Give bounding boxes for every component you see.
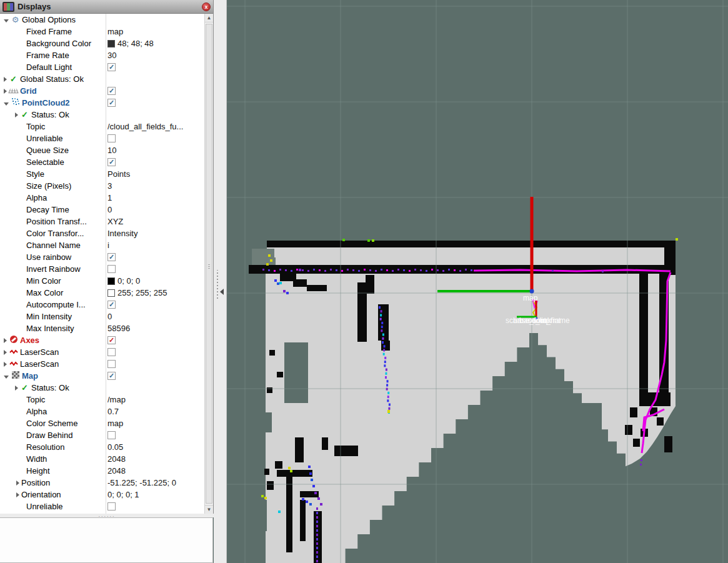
- row-value[interactable]: [107, 429, 204, 441]
- close-icon[interactable]: x: [202, 2, 211, 11]
- row-value[interactable]: 10: [107, 144, 204, 156]
- row-value[interactable]: [107, 346, 204, 358]
- row-value[interactable]: Intensity: [107, 227, 204, 239]
- chevron-right-icon[interactable]: [4, 362, 7, 367]
- tree-row-width[interactable]: Width2048: [0, 453, 204, 465]
- scene-canvas[interactable]: mapscanbase_footprintbase_linkodomimu_fr…: [227, 0, 728, 563]
- tree-row-min-intensity[interactable]: Min Intensity0: [0, 311, 204, 322]
- row-value[interactable]: ✓: [107, 334, 204, 346]
- row-value[interactable]: 0.7: [107, 406, 204, 417]
- row-value[interactable]: ✓: [107, 61, 204, 73]
- tree-row-invert-rainbow[interactable]: Invert Rainbow: [0, 263, 204, 275]
- tree-row-background-color[interactable]: Background Color48; 48; 48: [0, 37, 204, 49]
- tree-row-decay-time[interactable]: Decay Time0: [0, 204, 204, 216]
- row-value[interactable]: ✓: [107, 85, 204, 97]
- tree-row-position[interactable]: Position-51.225; -51.225; 0: [0, 477, 204, 489]
- tree-row-status-ok[interactable]: ✓Status: Ok: [0, 382, 204, 394]
- row-value[interactable]: [107, 382, 204, 394]
- chevron-right-icon[interactable]: [4, 338, 7, 343]
- tree-row-min-color[interactable]: Min Color0; 0; 0: [0, 275, 204, 287]
- chevron-down-icon[interactable]: [4, 19, 9, 22]
- row-value[interactable]: 0: [107, 311, 204, 322]
- tree-row-channel-name[interactable]: Channel Namei: [0, 239, 204, 251]
- row-value[interactable]: XYZ: [107, 216, 204, 227]
- chevron-right-icon[interactable]: [16, 481, 19, 486]
- row-value[interactable]: 2048: [107, 453, 204, 465]
- checkbox[interactable]: [107, 265, 116, 273]
- row-value[interactable]: ✓: [107, 251, 204, 263]
- row-value[interactable]: ✓: [107, 299, 204, 311]
- row-value[interactable]: i: [107, 239, 204, 251]
- checkbox[interactable]: ✓: [107, 63, 116, 71]
- chevron-right-icon[interactable]: [16, 492, 19, 497]
- tree-row-map[interactable]: Map✓: [0, 370, 204, 382]
- checkbox[interactable]: [107, 348, 116, 356]
- tree-row-resolution[interactable]: Resolution0.05: [0, 441, 204, 453]
- tree-row-style[interactable]: StylePoints: [0, 168, 204, 180]
- checkbox[interactable]: ✓: [107, 301, 116, 309]
- color-swatch[interactable]: [107, 289, 115, 297]
- tree-row-color-transfor[interactable]: Color Transfor...Intensity: [0, 227, 204, 239]
- tree-row-fixed-frame[interactable]: Fixed Framemap: [0, 26, 204, 37]
- chevron-down-icon[interactable]: [4, 376, 9, 379]
- checkbox[interactable]: [107, 502, 116, 511]
- tree-row-grid[interactable]: Grid✓: [0, 85, 204, 97]
- checkbox[interactable]: ✓: [107, 99, 116, 107]
- chevron-right-icon[interactable]: [4, 89, 7, 94]
- scrollbar-thumb[interactable]: [206, 24, 212, 504]
- tree-row-size-pixels[interactable]: Size (Pixels)3: [0, 180, 204, 192]
- row-value[interactable]: /map: [107, 394, 204, 406]
- checkbox[interactable]: [107, 431, 116, 439]
- row-value[interactable]: 58596: [107, 322, 204, 334]
- tree-row-global-options[interactable]: ⚙Global Options: [0, 14, 204, 26]
- row-value[interactable]: 255; 255; 255: [107, 287, 204, 299]
- tree-row-topic[interactable]: Topic/cloud_all_fields_fu...: [0, 121, 204, 132]
- chevron-right-icon[interactable]: [15, 386, 18, 391]
- tree-row-queue-size[interactable]: Queue Size10: [0, 144, 204, 156]
- tree-row-use-rainbow[interactable]: Use rainbow✓: [0, 251, 204, 263]
- tree-row-selectable[interactable]: Selectable✓: [0, 156, 204, 168]
- scroll-down-icon[interactable]: ▼: [205, 505, 213, 514]
- color-swatch[interactable]: [107, 277, 115, 285]
- tree-row-max-intensity[interactable]: Max Intensity58596: [0, 322, 204, 334]
- tree-row-laserscan[interactable]: LaserScan: [0, 358, 204, 370]
- checkbox[interactable]: ✓: [107, 253, 116, 261]
- row-value[interactable]: 1: [107, 192, 204, 204]
- checkbox[interactable]: [107, 360, 116, 368]
- row-value[interactable]: 2048: [107, 465, 204, 477]
- row-value[interactable]: ✓: [107, 370, 204, 382]
- row-value[interactable]: 0; 0; 0; 1: [107, 489, 204, 501]
- tree-row-position-transf[interactable]: Position Transf...XYZ: [0, 216, 204, 227]
- row-value[interactable]: 0; 0; 0: [107, 275, 204, 287]
- tree-row-alpha[interactable]: Alpha1: [0, 192, 204, 204]
- row-value[interactable]: Points: [107, 168, 204, 180]
- tree-row-color-scheme[interactable]: Color Schememap: [0, 417, 204, 429]
- checkbox[interactable]: ✓: [107, 372, 116, 380]
- panel-collapse-handle[interactable]: [216, 270, 224, 307]
- tree-row-height[interactable]: Height2048: [0, 465, 204, 477]
- chevron-right-icon[interactable]: [15, 112, 18, 117]
- tree-row-pointcloud2[interactable]: PointCloud2✓: [0, 97, 204, 109]
- tree-scrollbar[interactable]: ▲ ▼: [204, 14, 213, 514]
- row-value[interactable]: 30: [107, 49, 204, 61]
- tree-row-axes[interactable]: Axes✓: [0, 334, 204, 346]
- tree-row-unreliable[interactable]: Unreliable: [0, 501, 204, 512]
- tree-row-topic[interactable]: Topic/map: [0, 394, 204, 406]
- row-value[interactable]: [107, 358, 204, 370]
- checkbox[interactable]: ✓: [107, 336, 116, 344]
- color-swatch[interactable]: [107, 40, 115, 47]
- scroll-up-icon[interactable]: ▲: [205, 14, 213, 22]
- tree-row-unreliable[interactable]: Unreliable: [0, 132, 204, 144]
- tree-row-alpha[interactable]: Alpha0.7: [0, 406, 204, 417]
- row-value[interactable]: [107, 501, 204, 512]
- row-value[interactable]: ✓: [107, 156, 204, 168]
- tree-row-default-light[interactable]: Default Light✓: [0, 61, 204, 73]
- render-view-3d[interactable]: mapscanbase_footprintbase_linkodomimu_fr…: [227, 0, 728, 563]
- tree-row-frame-rate[interactable]: Frame Rate30: [0, 49, 204, 61]
- row-value[interactable]: [107, 14, 204, 26]
- tree-row-laserscan[interactable]: LaserScan: [0, 346, 204, 358]
- checkbox[interactable]: ✓: [107, 158, 116, 166]
- tree-row-global-status-ok[interactable]: ✓Global Status: Ok: [0, 73, 204, 85]
- row-value[interactable]: -51.225; -51.225; 0: [107, 477, 204, 489]
- panel-title-bar[interactable]: Displays x: [0, 0, 213, 14]
